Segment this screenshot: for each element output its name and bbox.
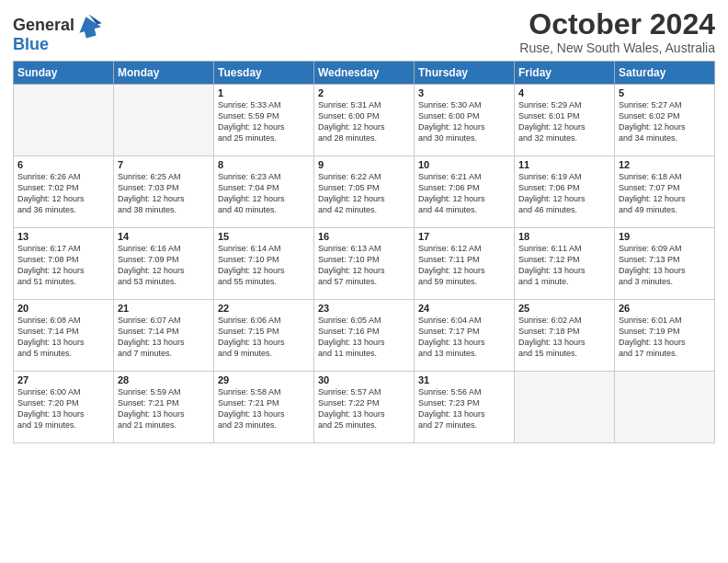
- day-cell: 7Sunrise: 6:25 AMSunset: 7:03 PMDaylight…: [114, 156, 214, 228]
- day-number: 4: [518, 87, 610, 98]
- day-cell: 2Sunrise: 5:31 AMSunset: 6:00 PMDaylight…: [314, 85, 415, 156]
- day-number: 19: [619, 231, 711, 242]
- col-thursday: Thursday: [415, 62, 515, 85]
- day-info: Sunrise: 6:04 AMSunset: 7:17 PMDaylight:…: [418, 315, 510, 360]
- col-wednesday: Wednesday: [314, 62, 415, 85]
- day-cell: 26Sunrise: 6:01 AMSunset: 7:19 PMDayligh…: [615, 300, 715, 372]
- day-info: Sunrise: 6:00 AMSunset: 7:20 PMDaylight:…: [17, 386, 109, 431]
- day-cell: 20Sunrise: 6:08 AMSunset: 7:14 PMDayligh…: [14, 300, 114, 372]
- day-cell: 9Sunrise: 6:22 AMSunset: 7:05 PMDaylight…: [314, 156, 415, 228]
- day-cell: 22Sunrise: 6:06 AMSunset: 7:15 PMDayligh…: [214, 300, 314, 372]
- day-cell: [515, 372, 615, 443]
- day-info: Sunrise: 6:08 AMSunset: 7:14 PMDaylight:…: [17, 315, 109, 360]
- day-cell: 24Sunrise: 6:04 AMSunset: 7:17 PMDayligh…: [415, 300, 515, 372]
- calendar-header-row: Sunday Monday Tuesday Wednesday Thursday…: [14, 62, 715, 85]
- week-row-3: 13Sunrise: 6:17 AMSunset: 7:08 PMDayligh…: [14, 228, 715, 300]
- day-cell: 14Sunrise: 6:16 AMSunset: 7:09 PMDayligh…: [114, 228, 214, 300]
- day-number: 2: [318, 87, 410, 98]
- day-cell: 21Sunrise: 6:07 AMSunset: 7:14 PMDayligh…: [114, 300, 214, 372]
- col-saturday: Saturday: [615, 62, 715, 85]
- day-number: 27: [17, 374, 109, 385]
- day-cell: 23Sunrise: 6:05 AMSunset: 7:16 PMDayligh…: [314, 300, 415, 372]
- day-cell: 3Sunrise: 5:30 AMSunset: 6:00 PMDaylight…: [415, 85, 515, 156]
- day-cell: [114, 85, 214, 156]
- day-number: 6: [17, 159, 109, 170]
- day-cell: 29Sunrise: 5:58 AMSunset: 7:21 PMDayligh…: [214, 372, 314, 443]
- day-cell: 11Sunrise: 6:19 AMSunset: 7:06 PMDayligh…: [515, 156, 615, 228]
- svg-marker-0: [76, 14, 102, 39]
- day-cell: 15Sunrise: 6:14 AMSunset: 7:10 PMDayligh…: [214, 228, 314, 300]
- day-info: Sunrise: 6:11 AMSunset: 7:12 PMDaylight:…: [518, 243, 610, 288]
- day-info: Sunrise: 5:58 AMSunset: 7:21 PMDaylight:…: [218, 386, 310, 431]
- day-cell: 12Sunrise: 6:18 AMSunset: 7:07 PMDayligh…: [615, 156, 715, 228]
- day-number: 21: [118, 303, 210, 314]
- day-cell: 25Sunrise: 6:02 AMSunset: 7:18 PMDayligh…: [515, 300, 615, 372]
- day-info: Sunrise: 6:16 AMSunset: 7:09 PMDaylight:…: [118, 243, 210, 288]
- month-title: October 2024: [519, 9, 715, 39]
- day-cell: 19Sunrise: 6:09 AMSunset: 7:13 PMDayligh…: [615, 228, 715, 300]
- day-number: 10: [418, 159, 510, 170]
- week-row-2: 6Sunrise: 6:26 AMSunset: 7:02 PMDaylight…: [14, 156, 715, 228]
- col-tuesday: Tuesday: [214, 62, 314, 85]
- day-info: Sunrise: 6:01 AMSunset: 7:19 PMDaylight:…: [619, 315, 711, 360]
- day-number: 20: [17, 303, 109, 314]
- day-cell: [615, 372, 715, 443]
- day-number: 25: [518, 303, 610, 314]
- day-info: Sunrise: 6:05 AMSunset: 7:16 PMDaylight:…: [318, 315, 410, 360]
- day-cell: 8Sunrise: 6:23 AMSunset: 7:04 PMDaylight…: [214, 156, 314, 228]
- day-cell: 1Sunrise: 5:33 AMSunset: 5:59 PMDaylight…: [214, 85, 314, 156]
- day-number: 23: [318, 303, 410, 314]
- day-number: 5: [619, 87, 711, 98]
- day-number: 16: [318, 231, 410, 242]
- logo-general: General: [13, 16, 74, 34]
- day-info: Sunrise: 5:56 AMSunset: 7:23 PMDaylight:…: [418, 386, 510, 431]
- day-number: 7: [118, 159, 210, 170]
- day-info: Sunrise: 6:13 AMSunset: 7:10 PMDaylight:…: [318, 243, 410, 288]
- day-number: 17: [418, 231, 510, 242]
- day-number: 12: [619, 159, 711, 170]
- day-number: 30: [318, 374, 410, 385]
- day-info: Sunrise: 6:14 AMSunset: 7:10 PMDaylight:…: [218, 243, 310, 288]
- day-info: Sunrise: 6:17 AMSunset: 7:08 PMDaylight:…: [17, 243, 109, 288]
- header: General Blue October 2024 Ruse, New Sout…: [13, 9, 715, 55]
- day-number: 31: [418, 374, 510, 385]
- day-number: 13: [17, 231, 109, 242]
- day-info: Sunrise: 5:29 AMSunset: 6:01 PMDaylight:…: [518, 99, 610, 144]
- day-number: 26: [619, 303, 711, 314]
- week-row-1: 1Sunrise: 5:33 AMSunset: 5:59 PMDaylight…: [14, 85, 715, 156]
- col-friday: Friday: [515, 62, 615, 85]
- day-number: 9: [318, 159, 410, 170]
- day-info: Sunrise: 6:23 AMSunset: 7:04 PMDaylight:…: [218, 171, 310, 216]
- logo-text: General: [13, 17, 74, 35]
- day-info: Sunrise: 6:18 AMSunset: 7:07 PMDaylight:…: [619, 171, 711, 216]
- logo: General Blue: [13, 13, 102, 54]
- day-cell: 18Sunrise: 6:11 AMSunset: 7:12 PMDayligh…: [515, 228, 615, 300]
- day-info: Sunrise: 6:12 AMSunset: 7:11 PMDaylight:…: [418, 243, 510, 288]
- col-monday: Monday: [114, 62, 214, 85]
- day-info: Sunrise: 6:07 AMSunset: 7:14 PMDaylight:…: [118, 315, 210, 360]
- day-cell: 5Sunrise: 5:27 AMSunset: 6:02 PMDaylight…: [615, 85, 715, 156]
- day-info: Sunrise: 5:27 AMSunset: 6:02 PMDaylight:…: [619, 99, 711, 144]
- day-cell: 16Sunrise: 6:13 AMSunset: 7:10 PMDayligh…: [314, 228, 415, 300]
- title-block: October 2024 Ruse, New South Wales, Aust…: [519, 9, 715, 55]
- day-number: 11: [518, 159, 610, 170]
- day-info: Sunrise: 6:21 AMSunset: 7:06 PMDaylight:…: [418, 171, 510, 216]
- day-info: Sunrise: 5:30 AMSunset: 6:00 PMDaylight:…: [418, 99, 510, 144]
- day-info: Sunrise: 6:19 AMSunset: 7:06 PMDaylight:…: [518, 171, 610, 216]
- day-cell: 31Sunrise: 5:56 AMSunset: 7:23 PMDayligh…: [415, 372, 515, 443]
- day-cell: [14, 85, 114, 156]
- week-row-4: 20Sunrise: 6:08 AMSunset: 7:14 PMDayligh…: [14, 300, 715, 372]
- day-cell: 4Sunrise: 5:29 AMSunset: 6:01 PMDaylight…: [515, 85, 615, 156]
- day-cell: 17Sunrise: 6:12 AMSunset: 7:11 PMDayligh…: [415, 228, 515, 300]
- day-number: 28: [118, 374, 210, 385]
- day-number: 3: [418, 87, 510, 98]
- day-number: 24: [418, 303, 510, 314]
- logo-icon: [76, 13, 102, 39]
- col-sunday: Sunday: [14, 62, 114, 85]
- day-number: 15: [218, 231, 310, 242]
- day-number: 22: [218, 303, 310, 314]
- day-cell: 10Sunrise: 6:21 AMSunset: 7:06 PMDayligh…: [415, 156, 515, 228]
- location: Ruse, New South Wales, Australia: [519, 40, 715, 55]
- day-number: 29: [218, 374, 310, 385]
- day-cell: 30Sunrise: 5:57 AMSunset: 7:22 PMDayligh…: [314, 372, 415, 443]
